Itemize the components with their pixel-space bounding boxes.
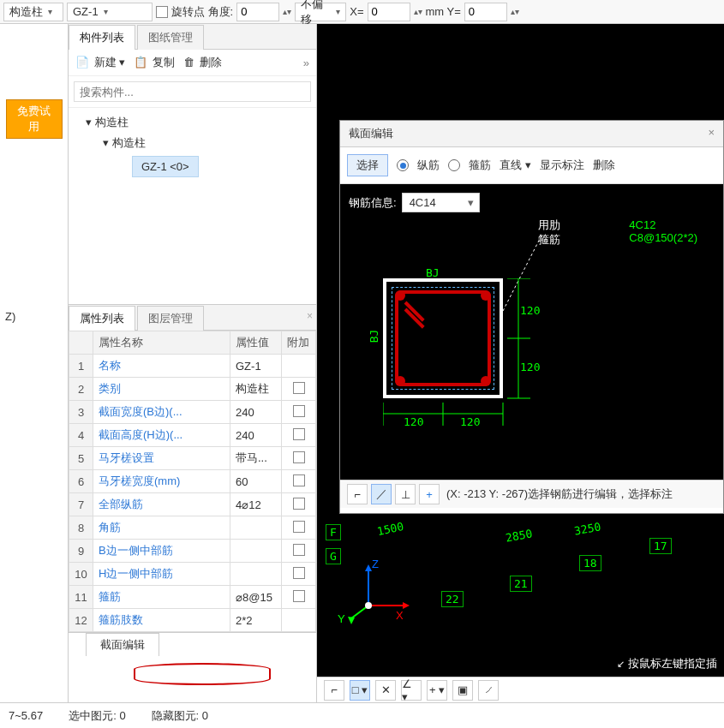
- annot-rebar-text: 4C12C8@150(2*2): [629, 218, 697, 244]
- search-input[interactable]: [74, 81, 311, 102]
- tab-drawing-mgmt[interactable]: 图纸管理: [137, 25, 204, 50]
- radio-longitudinal[interactable]: [397, 159, 409, 171]
- rotation-label: 旋转点 角度:: [171, 4, 233, 20]
- checkbox[interactable]: [293, 521, 305, 533]
- tree-node-selected[interactable]: GZ-1 <0>: [132, 156, 199, 177]
- property-row[interactable]: 12箍筋肢数2*2: [69, 609, 316, 632]
- checkbox[interactable]: [293, 474, 305, 486]
- snap-box-icon[interactable]: ▣: [452, 680, 473, 701]
- checkbox[interactable]: [293, 567, 305, 579]
- checkbox[interactable]: [293, 451, 305, 463]
- more-icon[interactable]: »: [303, 57, 309, 69]
- checkbox[interactable]: [293, 498, 305, 510]
- panel-close-icon[interactable]: ×: [307, 310, 313, 322]
- snap-endpoint-icon[interactable]: ⌐: [324, 680, 344, 701]
- dlg-status-text: (X: -213 Y: -267)选择钢筋进行编辑，选择标注: [446, 486, 673, 502]
- rotation-checkbox[interactable]: [156, 6, 168, 18]
- component-name-select[interactable]: GZ-1▾: [67, 3, 153, 21]
- property-row[interactable]: 11箍筋⌀8@15: [69, 586, 316, 609]
- status-hidden: 隐藏图元: 0: [152, 708, 208, 724]
- snap-cross-icon[interactable]: ✕: [375, 680, 396, 701]
- property-row[interactable]: 9B边一侧中部筋: [69, 540, 316, 563]
- dlg-tool-1-icon[interactable]: ⌐: [347, 484, 368, 504]
- property-row[interactable]: 10H边一侧中部筋: [69, 563, 316, 586]
- tab-layer-mgmt[interactable]: 图层管理: [137, 306, 204, 331]
- property-row[interactable]: 3截面宽度(B边)(...240: [69, 401, 316, 424]
- delete-button[interactable]: 🗑 删除: [183, 55, 222, 70]
- rebar-info-select[interactable]: 4C14: [402, 193, 480, 212]
- free-trial-button[interactable]: 免费试用: [6, 99, 63, 139]
- svg-marker-3: [348, 617, 355, 624]
- dlg-delete-button[interactable]: 删除: [593, 158, 615, 173]
- x-input[interactable]: [368, 3, 410, 21]
- dialog-title: 截面编辑: [349, 126, 393, 141]
- offset-select[interactable]: 不偏移▾: [295, 3, 346, 21]
- checkbox[interactable]: [293, 428, 305, 440]
- select-mode-button[interactable]: 选择: [347, 154, 388, 176]
- highlight-ellipse: [134, 663, 271, 685]
- snap-angle-icon[interactable]: ∠ ▾: [401, 680, 422, 701]
- checkbox[interactable]: [293, 544, 305, 556]
- property-row[interactable]: 5马牙槎设置带马...: [69, 447, 316, 470]
- status-selected: 选中图元: 0: [69, 708, 125, 724]
- dlg-tool-4-icon[interactable]: +: [419, 484, 440, 504]
- property-row[interactable]: 7全部纵筋4⌀12: [69, 493, 316, 516]
- status-range: 7~5.67: [9, 709, 43, 722]
- dim-bj-left: BJ: [368, 330, 380, 343]
- show-dim-button[interactable]: 显示标注: [540, 158, 584, 173]
- property-row[interactable]: 4截面高度(H边)(...240: [69, 424, 316, 447]
- property-row[interactable]: 6马牙槎宽度(mm)60: [69, 470, 316, 493]
- tree-node-2[interactable]: ▾ 构造柱: [103, 135, 306, 151]
- section-editor-dialog: 截面编辑 × 选择 纵筋 箍筋 直线 ▾ 显示标注 删除 钢筋信息: 4C14 …: [339, 120, 724, 514]
- property-grid: 属性名称属性值附加 1名称GZ-12类别构造柱3截面宽度(B边)(...2404…: [69, 331, 316, 632]
- snap-rect-icon[interactable]: □ ▾: [350, 680, 370, 701]
- svg-point-6: [365, 602, 372, 609]
- mm-y-label: mm Y=: [426, 5, 461, 18]
- snap-arc-icon[interactable]: ⟋: [478, 680, 499, 701]
- tab-property-list[interactable]: 属性列表: [69, 306, 135, 331]
- snap-plus-icon[interactable]: + ▾: [427, 680, 447, 701]
- svg-marker-5: [365, 564, 372, 571]
- rotation-input[interactable]: [236, 3, 279, 21]
- rebar-info-label: 钢筋信息:: [349, 195, 397, 211]
- property-row[interactable]: 1名称GZ-1: [69, 355, 316, 378]
- tab-component-list[interactable]: 构件列表: [69, 25, 135, 50]
- axis-gizmo[interactable]: X Y Z: [343, 563, 411, 634]
- z-label: Z): [0, 310, 68, 323]
- checkbox[interactable]: [293, 382, 305, 394]
- dlg-tool-3-icon[interactable]: ⊥: [395, 484, 416, 504]
- dim-bj-top: BJ: [426, 266, 440, 279]
- checkbox[interactable]: [293, 405, 305, 417]
- section-canvas[interactable]: 钢筋信息: 4C14 用肋箍筋 4C12C8@150(2*2) BJ BJ 12…: [340, 184, 723, 480]
- property-row[interactable]: 8角筋: [69, 516, 316, 540]
- checkbox[interactable]: [293, 590, 305, 602]
- svg-marker-1: [403, 602, 410, 609]
- component-tree: ▾ 构造柱 ▾ 构造柱 GZ-1 <0>: [69, 108, 316, 184]
- component-type-select[interactable]: 构造柱▾: [3, 3, 63, 21]
- tab-section-edit[interactable]: 截面编辑: [86, 633, 159, 656]
- canvas-hint: ↙按鼠标左键指定插: [617, 656, 717, 671]
- property-row[interactable]: 2类别构造柱: [69, 378, 316, 401]
- dialog-close-icon[interactable]: ×: [708, 126, 715, 141]
- radio-stirrup[interactable]: [448, 159, 460, 171]
- dimension-lines: [383, 278, 554, 433]
- new-button[interactable]: 📄 新建 ▾: [75, 55, 125, 70]
- x-label: X=: [350, 5, 363, 18]
- line-tool[interactable]: 直线 ▾: [500, 158, 531, 173]
- copy-button[interactable]: 📋 复制: [134, 55, 175, 70]
- tree-node-1[interactable]: ▾ 构造柱: [86, 115, 306, 130]
- dlg-tool-2-icon[interactable]: ／: [371, 484, 392, 504]
- y-input[interactable]: [464, 3, 507, 21]
